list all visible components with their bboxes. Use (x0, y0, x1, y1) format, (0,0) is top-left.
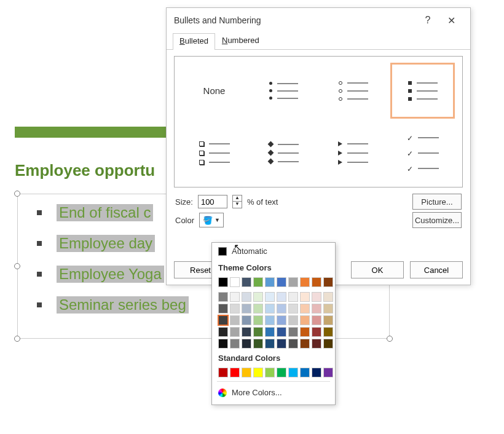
more-colors[interactable]: More Colors... (212, 384, 335, 401)
color-swatch[interactable] (230, 339, 240, 349)
resize-handle[interactable] (387, 336, 393, 342)
color-swatch[interactable] (300, 368, 310, 377)
bullet-option-check[interactable] (390, 125, 455, 181)
color-swatch[interactable] (253, 368, 263, 377)
color-swatch[interactable] (265, 368, 275, 377)
color-swatch[interactable] (312, 304, 321, 314)
bullet-list-item[interactable]: Employee day (37, 235, 155, 252)
color-swatch[interactable] (242, 277, 251, 287)
color-swatch[interactable] (242, 339, 251, 349)
bullet-option-square[interactable] (390, 63, 455, 119)
color-swatch[interactable] (300, 315, 310, 325)
color-swatch[interactable] (230, 277, 240, 287)
color-swatch[interactable] (277, 339, 286, 349)
color-swatch[interactable] (300, 339, 310, 349)
color-swatch[interactable] (288, 277, 298, 287)
resize-handle[interactable] (14, 263, 20, 269)
color-swatch[interactable] (312, 292, 321, 302)
resize-handle[interactable] (14, 191, 20, 197)
color-swatch[interactable] (265, 277, 275, 287)
color-swatch[interactable] (288, 292, 298, 302)
color-swatch[interactable] (265, 315, 275, 325)
bullet-list-item[interactable]: End of fiscal c (37, 204, 153, 221)
color-swatch[interactable] (218, 304, 228, 314)
color-swatch[interactable] (265, 339, 275, 349)
ok-button[interactable]: OK (351, 261, 404, 278)
color-swatch[interactable] (218, 292, 228, 302)
bullet-option-arrow[interactable] (321, 125, 385, 181)
color-swatch[interactable] (312, 315, 321, 325)
color-swatch[interactable] (300, 277, 310, 287)
size-input[interactable] (198, 195, 227, 208)
help-button[interactable]: ? (416, 15, 439, 26)
color-swatch[interactable] (312, 327, 321, 337)
color-swatch[interactable] (218, 339, 228, 349)
bullet-option-diamond[interactable] (251, 125, 316, 181)
color-swatch[interactable] (312, 277, 321, 287)
size-spinner[interactable]: ▲ ▼ (232, 195, 242, 208)
customize-button[interactable]: Customize... (412, 212, 462, 228)
color-swatch[interactable] (323, 304, 333, 314)
color-swatch[interactable] (288, 315, 298, 325)
chevron-down-icon: ▼ (215, 217, 220, 223)
color-swatch[interactable] (230, 292, 240, 302)
resize-handle[interactable] (14, 336, 20, 342)
spinner-down-icon[interactable]: ▼ (233, 202, 242, 208)
color-swatch[interactable] (277, 327, 286, 337)
bullet-option-circle[interactable] (321, 63, 385, 119)
color-swatch[interactable] (218, 315, 228, 325)
color-swatch[interactable] (265, 292, 275, 302)
color-swatch[interactable] (253, 315, 263, 325)
color-swatch[interactable] (253, 327, 263, 337)
color-swatch[interactable] (253, 304, 263, 314)
color-swatch[interactable] (242, 315, 251, 325)
color-swatch[interactable] (312, 339, 321, 349)
tab-numbered[interactable]: Numbered (215, 33, 266, 49)
color-swatch[interactable] (242, 327, 251, 337)
picture-button[interactable]: Picture... (412, 194, 462, 210)
cancel-button[interactable]: Cancel (410, 261, 463, 278)
color-swatch[interactable] (288, 327, 298, 337)
color-swatch[interactable] (312, 368, 321, 377)
color-swatch[interactable] (323, 339, 333, 349)
color-swatch[interactable] (277, 304, 286, 314)
color-swatch[interactable] (277, 292, 286, 302)
color-swatch[interactable] (277, 277, 286, 287)
color-dropdown[interactable]: 🪣 ▼ (199, 213, 224, 227)
tab-bulleted[interactable]: Bulleted (173, 33, 215, 50)
color-swatch[interactable] (265, 327, 275, 337)
color-swatch[interactable] (265, 304, 275, 314)
color-swatch[interactable] (230, 315, 240, 325)
color-swatch[interactable] (218, 368, 228, 377)
color-swatch[interactable] (230, 327, 240, 337)
color-swatch[interactable] (300, 327, 310, 337)
color-swatch[interactable] (242, 292, 251, 302)
color-swatch[interactable] (288, 304, 298, 314)
color-swatch[interactable] (323, 315, 333, 325)
color-swatch[interactable] (230, 368, 240, 377)
color-swatch[interactable] (218, 277, 228, 287)
bullet-list-item[interactable]: Employee Yoga (37, 266, 164, 283)
color-swatch[interactable] (242, 368, 251, 377)
color-swatch[interactable] (300, 304, 310, 314)
color-swatch[interactable] (300, 292, 310, 302)
color-swatch[interactable] (323, 292, 333, 302)
color-automatic[interactable]: Automatic (212, 243, 335, 259)
color-swatch[interactable] (218, 327, 228, 337)
color-swatch[interactable] (288, 368, 298, 377)
bullet-option-dot[interactable] (251, 63, 316, 119)
color-swatch[interactable] (323, 327, 333, 337)
color-swatch[interactable] (323, 277, 333, 287)
color-swatch[interactable] (277, 315, 286, 325)
color-swatch[interactable] (230, 304, 240, 314)
color-swatch[interactable] (277, 368, 286, 377)
bullet-option-none[interactable]: None (182, 63, 246, 119)
color-swatch[interactable] (288, 339, 298, 349)
color-swatch[interactable] (253, 339, 263, 349)
bullet-option-box[interactable] (182, 125, 246, 181)
color-swatch[interactable] (253, 277, 263, 287)
color-swatch[interactable] (253, 292, 263, 302)
color-swatch[interactable] (242, 304, 251, 314)
close-button[interactable]: ✕ (439, 15, 463, 26)
color-swatch[interactable] (323, 368, 333, 377)
